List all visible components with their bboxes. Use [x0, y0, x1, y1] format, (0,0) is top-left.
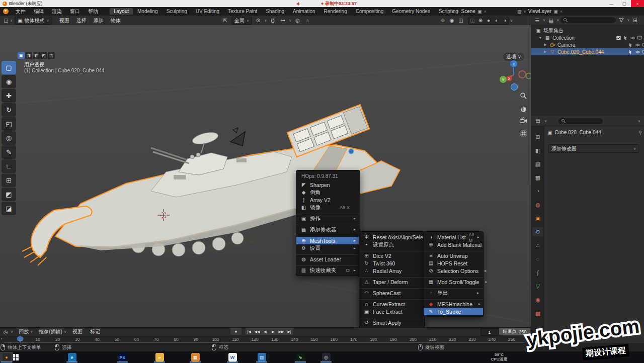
next-keyframe-button[interactable]: ▶▶	[277, 328, 285, 335]
navigation-gizmo[interactable]: Z Y X	[495, 57, 531, 95]
menu-item[interactable]: 窗口	[66, 8, 84, 16]
tab-render[interactable]: ◧	[532, 146, 543, 155]
menu-item[interactable]: △ Taper / Deform	[359, 278, 424, 286]
disclosure-triangle[interactable]: ▶	[543, 50, 547, 54]
timeline-menu-item[interactable]: 回放∨	[16, 328, 35, 335]
workspace-tab[interactable]: Geometry Nodes	[388, 8, 434, 15]
play-button[interactable]: ▶	[269, 328, 277, 335]
menu-item[interactable]: ▦ 添加修改器 ▸	[296, 226, 360, 233]
properties-editor-icon[interactable]: ▤	[534, 118, 542, 125]
menu-item[interactable]: ⊕ MeshTools ▸	[296, 237, 360, 244]
remove-viewlayer-icon[interactable]: ×	[560, 9, 562, 14]
menu-item[interactable]: ↑ 导出 ▸	[424, 289, 483, 297]
menu-item[interactable]: ⊕ Add Blank Material	[424, 241, 483, 248]
end-frame-field[interactable]: 结束点 250	[499, 328, 530, 335]
current-frame-field[interactable]: 1	[480, 328, 499, 336]
viewlayer-selector[interactable]: ▨∨ ViewLayer ▣ ×	[517, 9, 562, 14]
workspace-tab[interactable]: Layout	[110, 8, 133, 15]
workspace-tab[interactable]: Sculpting	[163, 8, 191, 15]
select-side-tool[interactable]: ◩	[2, 188, 16, 201]
unlink-scene-icon[interactable]: ×	[484, 9, 486, 14]
obs-app[interactable]: ◎	[319, 352, 333, 362]
menu-item[interactable]: ◠ SphereCast	[359, 289, 424, 297]
outliner-search-input[interactable]	[560, 17, 616, 23]
menu-item[interactable]	[359, 297, 424, 300]
editor-type-icon[interactable]: ◲	[2, 17, 10, 24]
rendered-shading-icon[interactable]: ◑	[501, 17, 509, 24]
camera-row[interactable]: ▶ Camera	[531, 41, 644, 48]
prev-keyframe-button[interactable]: ◀◀	[253, 328, 261, 335]
intersect-mode[interactable]: ◫	[48, 52, 55, 59]
solid-shading-icon[interactable]: ●	[485, 17, 493, 24]
menu-item[interactable]: ▦ Mod Scroll/Toggle ▸	[424, 278, 483, 286]
menu-item[interactable]	[296, 252, 360, 255]
menu-item[interactable]: ▥ 快速收藏夹 O ▸	[296, 266, 360, 274]
viewport-menu-item[interactable]: 添加	[91, 17, 107, 24]
viewport-menu-item[interactable]: 视图	[56, 17, 72, 24]
blender-app[interactable]: ●	[0, 352, 13, 362]
falloff-icon[interactable]: ∧	[303, 17, 311, 24]
viewport-menu-item[interactable]: 物体	[108, 17, 124, 24]
photoshop-app[interactable]: Ps	[116, 352, 129, 362]
move-tool[interactable]: ✚	[2, 89, 16, 103]
scene-collection-row[interactable]: ▣ 场景集合	[531, 27, 644, 34]
rotate-tool[interactable]: ↻	[2, 103, 16, 117]
snap-target-icon[interactable]: ⊶	[279, 17, 287, 24]
menu-item[interactable]: 渲染	[48, 8, 65, 16]
menu-item[interactable]	[359, 286, 424, 289]
menu-item[interactable]: ◑ Material List Alt M ▸	[424, 233, 483, 241]
selectable-icon[interactable]	[623, 35, 628, 41]
menu-item[interactable]: ◤ Sharpen	[296, 181, 360, 189]
pan-hand-icon[interactable]	[519, 104, 528, 113]
scale-tool[interactable]: ◰	[2, 117, 16, 131]
jump-end-button[interactable]: ▶|	[285, 328, 293, 335]
maximize-button[interactable]: ▢	[618, 0, 631, 7]
scene-selector[interactable]: ◐∨ Scene ▣ ×	[452, 9, 487, 14]
annotate-tool[interactable]: ✎	[2, 145, 16, 159]
photos-app[interactable]: ▨	[255, 352, 268, 362]
menu-item[interactable]	[424, 286, 483, 289]
menu-item[interactable]: ▣ Face Extract	[359, 308, 424, 315]
timeline-menu-item[interactable]: 标记	[88, 328, 104, 335]
menu-item[interactable]	[296, 233, 360, 237]
tab-tool[interactable]: ⊞	[532, 132, 543, 141]
menu-item[interactable]: ⊞ Dice V2	[359, 252, 424, 259]
auto-keyframe-button[interactable]: ●	[230, 328, 242, 335]
new-viewlayer-icon[interactable]: ▣	[553, 9, 558, 14]
tab-view-layer[interactable]: ▦	[532, 173, 543, 182]
outliner-display-icon[interactable]: ▤	[547, 17, 555, 24]
workspace-tab[interactable]: Animation	[289, 8, 319, 15]
frame-ruler[interactable]: 1102030405060708090100110120130140150160…	[0, 336, 531, 342]
cube-row[interactable]: ▶ ▽ Cube.020_Cube.044	[531, 48, 644, 55]
camera-view-icon[interactable]	[519, 116, 528, 125]
menu-item[interactable]: ↻ Twist 360	[359, 259, 424, 267]
viewport-disable-icon[interactable]	[637, 35, 642, 41]
snap-magnet-icon[interactable]: Ω	[269, 17, 277, 24]
selectable-icon[interactable]	[628, 49, 633, 55]
tab-scene[interactable]: ◔	[532, 187, 543, 196]
disclosure-triangle[interactable]: ▶	[543, 43, 547, 47]
tab-constraints[interactable]: ∫	[532, 268, 543, 277]
subtract-mode[interactable]: ◧	[33, 52, 40, 59]
close-button[interactable]: ×	[631, 0, 644, 7]
menu-item[interactable]: ⊘ Selection Options ▸	[424, 267, 483, 275]
timeline-menu-item[interactable]: 抠像(插帧)∨	[36, 328, 69, 335]
corner-tool[interactable]: ◪	[2, 202, 16, 215]
timeline-editor-icon[interactable]: ◷	[2, 328, 10, 335]
properties-search-input[interactable]	[558, 118, 603, 124]
tab-particles[interactable]: ∴	[532, 241, 543, 250]
workspace-tab[interactable]: Shading	[262, 8, 288, 15]
play-reverse-button[interactable]: ◀	[261, 328, 269, 335]
tab-object-data[interactable]: ▽	[532, 282, 543, 291]
viewport-disable-icon[interactable]	[642, 49, 644, 55]
workspace-tab[interactable]: Modeling	[133, 8, 162, 15]
measure-tool[interactable]: ∟	[2, 159, 16, 173]
new-scene-icon[interactable]: ▣	[477, 9, 482, 14]
toggle-xray-icon[interactable]: ◫	[468, 17, 476, 24]
menu-item[interactable]: Ψ Reset Axis/Align/Select	[359, 233, 424, 241]
menu-item[interactable]: • 设置原点	[359, 241, 424, 248]
workspace-tab[interactable]: Texture Paint	[224, 8, 261, 15]
collection-row[interactable]: ▼ ▦ Collection	[531, 34, 644, 41]
menu-item[interactable]: 编辑	[30, 8, 47, 16]
menu-item[interactable]: ◧ 镜像 Alt X	[296, 204, 360, 211]
